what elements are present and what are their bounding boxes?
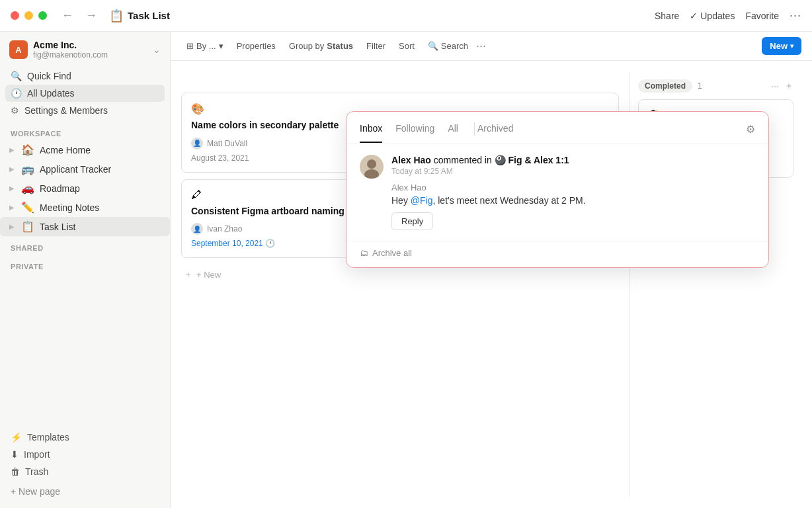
workspace-name: Acme Inc. [33,40,108,50]
settings-label: Settings & Members [24,105,108,116]
properties-button[interactable]: Properties [231,38,281,54]
acme-home-icon: 🏠 [21,144,34,156]
sidebar-item-acme-home[interactable]: ▶ 🏠 Acme Home [0,140,170,159]
workspace-email: fig@makenotion.com [33,50,108,60]
task-list-icon: 📋 [21,220,34,233]
notification-message: Hey @Fig, let's meet next Wednesday at 2… [391,195,755,206]
notification-time: Today at 9:25 AM [391,167,755,176]
date-icon: 🕐 [265,239,275,248]
task-list-label: Task List [40,222,75,232]
reply-button[interactable]: Reply [391,212,433,230]
sidebar-item-templates[interactable]: ⚡ Templates [5,429,165,446]
mention: @Fig [411,195,433,206]
gear-icon: ⚙ [11,105,19,116]
sort-button[interactable]: Sort [393,38,420,54]
traffic-red[interactable] [11,11,19,20]
channel-emoji: 🎱 [495,155,506,165]
notification-settings-button[interactable]: ⚙ [746,123,755,144]
group-by-text: Group by [289,41,324,51]
forward-button[interactable]: → [81,7,101,24]
content-area: ⊞ By ... ▾ Properties Group by Status Fi… [171,32,812,508]
traffic-yellow[interactable] [24,11,33,20]
sidebar-expand-button[interactable]: ⌄ [153,44,161,55]
chevron-icon: ▶ [9,204,15,211]
share-button[interactable]: Share [655,11,679,21]
trash-icon: 🗑 [11,466,20,477]
quick-find-label: Quick Find [27,71,71,81]
notification-content: Alex Hao commented in 🎱 Fig & Alex 1:1 T… [391,155,755,230]
meeting-notes-label: Meeting Notes [40,202,99,213]
chevron-icon: ▶ [9,185,15,192]
workspace-items: ▶ 🏠 Acme Home ▶ 🚌 Applicant Tracker ▶ 🚗 … [0,140,170,236]
traffic-green[interactable] [38,11,47,20]
completed-more-button[interactable]: ··· [771,81,779,91]
filter-button[interactable]: Filter [361,38,391,54]
sidebar-item-quick-find[interactable]: 🔍 Quick Find [5,67,165,85]
sidebar-item-meeting-notes[interactable]: ▶ ✏️ Meeting Notes [0,198,170,217]
author-avatar: 👤 [191,138,203,149]
private-section-label: PRIVATE [0,255,170,273]
view-by-button[interactable]: ⊞ By ... ▾ [181,38,229,54]
workspace-section-label: WORKSPACE [0,122,170,140]
completed-icons: ··· ＋ [771,80,793,92]
sidebar-header: A Acme Inc. fig@makenotion.com ⌄ [0,32,170,65]
search-icon: 🔍 [428,41,438,51]
templates-icon: ⚡ [11,432,22,443]
completed-add-button[interactable]: ＋ [784,80,793,92]
chevron-icon: ▶ [9,146,15,153]
page-title: Task List [128,10,655,21]
search-button[interactable]: 🔍 Search [423,38,473,54]
tab-following[interactable]: Following [395,123,434,143]
shared-section-label: SHARED [0,236,170,255]
archive-all-button[interactable]: 🗂 Archive all [360,248,412,258]
applicant-tracker-label: Applicant Tracker [40,164,111,175]
workspace-info: A Acme Inc. fig@makenotion.com [9,40,108,60]
author-avatar: 👤 [191,223,203,235]
titlebar-actions: Share ✓ Updates Favorite ··· [655,9,801,22]
titlebar: ← → 📋 Task List Share ✓ Updates Favorite… [0,0,812,32]
action-text: commented in [434,155,492,165]
roadmap-icon: 🚗 [21,182,34,194]
sidebar-item-all-updates[interactable]: 🕐 All Updates [5,85,165,102]
toolbar: ⊞ By ... ▾ Properties Group by Status Fi… [171,32,812,61]
trash-label: Trash [25,466,48,477]
caret-icon: ▾ [219,41,223,51]
workspace-logo: A [9,40,28,59]
tab-all[interactable]: All [448,123,458,143]
new-button[interactable]: New ▾ [762,37,801,55]
red-arrow [767,180,769,200]
notification-tabs: Inbox Following All Archived ⚙ [346,112,768,144]
svg-point-1 [367,159,376,169]
sidebar-item-settings[interactable]: ⚙ Settings & Members [5,102,165,119]
new-caret-icon: ▾ [790,42,793,50]
group-by-button[interactable]: Group by Status [284,38,358,54]
group-by-value: Status [327,41,353,51]
clock-icon: 🕐 [11,88,22,99]
tab-inbox[interactable]: Inbox [360,123,382,143]
new-page-button[interactable]: + New page [5,483,165,500]
main-layout: A Acme Inc. fig@makenotion.com ⌄ 🔍 Quick… [0,32,812,508]
toolbar-more-button[interactable]: ··· [476,39,486,53]
archive-all-label: Archive all [372,248,412,258]
sidebar-item-task-list[interactable]: ▶ 📋 Task List [0,217,170,236]
sidebar-item-applicant-tracker[interactable]: ▶ 🚌 Applicant Tracker [0,159,170,179]
back-button[interactable]: ← [58,7,77,24]
sidebar-item-trash[interactable]: 🗑 Trash [5,463,165,480]
tab-archived[interactable]: Archived [477,123,513,143]
updates-button[interactable]: ✓ Updates [690,11,735,21]
applicant-tracker-icon: 🚌 [21,163,34,175]
completed-count: 1 [698,81,702,91]
import-icon: ⬇ [11,449,19,460]
notification-avatar [360,155,384,179]
search-label: Search [441,41,468,51]
notification-footer: 🗂 Archive all [346,241,768,267]
sidebar-global-nav: 🔍 Quick Find 🕐 All Updates ⚙ Settings & … [0,65,170,122]
favorite-button[interactable]: Favorite [745,11,779,21]
sidebar-item-import[interactable]: ⬇ Import [5,446,165,463]
more-button[interactable]: ··· [790,9,801,22]
sidebar-item-roadmap[interactable]: ▶ 🚗 Roadmap [0,179,170,198]
sidebar: A Acme Inc. fig@makenotion.com ⌄ 🔍 Quick… [0,32,171,508]
import-label: Import [24,449,50,460]
completed-header: Completed 1 ··· ＋ [638,79,793,93]
new-label: New [770,41,788,51]
